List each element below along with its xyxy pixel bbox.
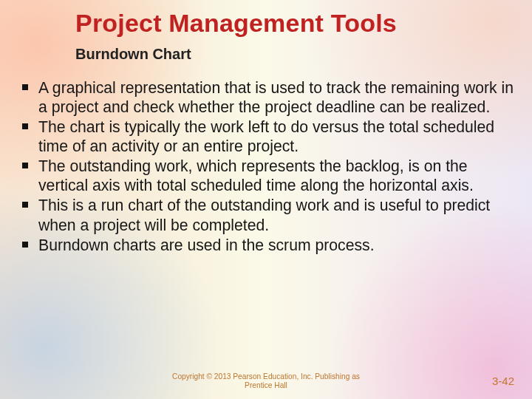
list-item: Burndown charts are used in the scrum pr…	[16, 236, 514, 255]
bullet-text: A graphical representation that is used …	[38, 79, 514, 115]
bullet-text: The chart is typically the work left to …	[38, 118, 494, 154]
list-item: A graphical representation that is used …	[16, 78, 514, 117]
list-item: This is a run chart of the outstanding w…	[16, 196, 514, 234]
bullet-text: The outstanding work, which represents t…	[38, 157, 474, 194]
slide-subtitle: Burndown Chart	[75, 46, 191, 63]
list-item: The outstanding work, which represents t…	[16, 157, 514, 195]
slide: Project Management Tools Burndown Chart …	[0, 0, 532, 399]
page-number: 3-42	[492, 375, 514, 387]
bullet-text: Burndown charts are used in the scrum pr…	[38, 236, 375, 253]
bullet-list: A graphical representation that is used …	[16, 78, 514, 256]
slide-title: Project Management Tools	[75, 9, 397, 38]
copyright-text: Copyright © 2013 Pearson Education, Inc.…	[170, 372, 362, 390]
list-item: The chart is typically the work left to …	[16, 117, 514, 156]
bullet-text: This is a run chart of the outstanding w…	[38, 197, 490, 233]
footer: Copyright © 2013 Pearson Education, Inc.…	[0, 369, 532, 390]
